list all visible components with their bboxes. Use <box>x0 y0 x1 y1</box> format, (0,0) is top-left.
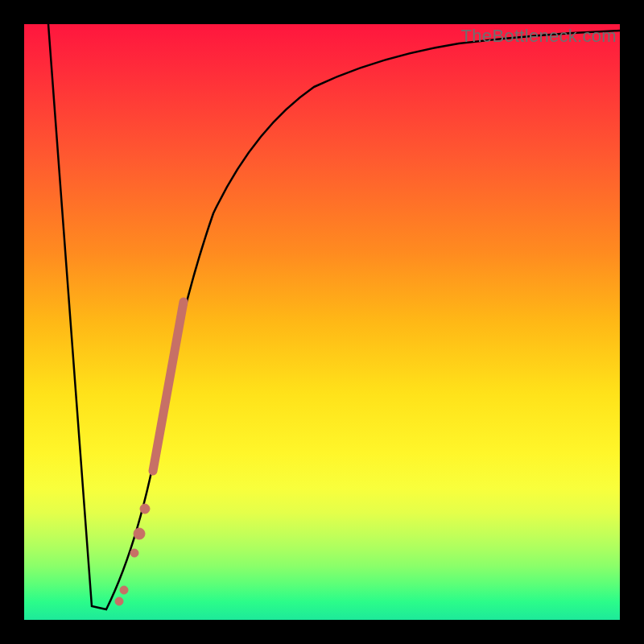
watermark-text: TheBottleneck.com <box>461 26 617 47</box>
bottleneck-curve <box>48 24 620 609</box>
marker-cluster <box>115 302 184 605</box>
marker-dot <box>130 549 138 557</box>
chart-svg <box>24 24 620 620</box>
plot-area: TheBottleneck.com <box>24 24 620 620</box>
marker-segment <box>153 302 184 471</box>
marker-dot <box>120 586 128 594</box>
marker-dot <box>134 528 145 539</box>
marker-dot <box>140 504 150 514</box>
chart-frame: TheBottleneck.com <box>0 0 644 644</box>
marker-dot <box>115 597 123 605</box>
